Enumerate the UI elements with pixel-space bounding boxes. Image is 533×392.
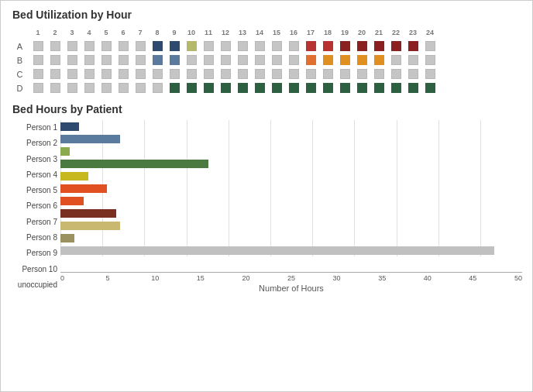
bar-10	[60, 246, 494, 255]
bed-row-A: A	[12, 40, 438, 53]
cell-A-21	[374, 41, 384, 51]
cell-B-24	[425, 55, 435, 65]
bar-row-9	[60, 232, 522, 244]
bar-area: 05101520253035404550 Number of Hours	[60, 120, 522, 293]
cell-B-19	[340, 55, 350, 65]
cell-A-12	[221, 41, 231, 51]
hour-header-18: 18	[319, 26, 336, 40]
cell-A-2	[50, 41, 60, 51]
cell-C-7	[136, 69, 146, 79]
bar-8	[60, 222, 120, 230]
bar-chart-title: Bed Hours by Patient	[12, 103, 522, 115]
cell-A-3	[67, 41, 77, 51]
bars-wrapper	[60, 120, 522, 270]
cell-C-8	[153, 69, 163, 79]
cell-A-17	[306, 41, 316, 51]
x-tick-25: 25	[287, 274, 333, 282]
cell-C-17	[306, 69, 316, 79]
bar-2	[60, 147, 70, 156]
hour-header-16: 16	[285, 26, 302, 40]
hour-header-12: 12	[217, 26, 234, 40]
cell-A-16	[289, 41, 299, 51]
cell-D-19	[340, 83, 350, 93]
cell-B-8	[153, 55, 163, 65]
main-container: Bed Utilization by Hour 1234567891011121…	[1, 1, 533, 392]
hour-header-21: 21	[370, 26, 387, 40]
x-tick-30: 30	[333, 274, 379, 282]
cell-C-1	[33, 69, 43, 79]
hour-header-22: 22	[387, 26, 404, 40]
cell-A-15	[272, 41, 282, 51]
cell-D-3	[67, 83, 77, 93]
x-tick-0: 0	[60, 274, 106, 282]
cell-D-17	[306, 83, 316, 93]
x-axis-label: Number of Hours	[60, 284, 522, 293]
hour-header-15: 15	[268, 26, 285, 40]
cell-A-1	[33, 41, 43, 51]
cell-B-11	[204, 55, 214, 65]
patient-label-1: Person 2	[12, 137, 57, 150]
cell-A-13	[238, 41, 248, 51]
cell-B-9	[170, 55, 180, 65]
cell-B-13	[238, 55, 248, 65]
cell-B-22	[391, 55, 401, 65]
cell-B-18	[323, 55, 333, 65]
x-tick-20: 20	[242, 274, 287, 282]
bar-chart-container: Person 1Person 2Person 3Person 4Person 5…	[12, 120, 522, 293]
cell-D-14	[255, 83, 265, 93]
hour-header-17: 17	[302, 26, 319, 40]
bar-row-7	[60, 207, 522, 219]
cell-D-21	[374, 83, 384, 93]
cell-C-18	[323, 69, 333, 79]
cell-A-6	[119, 41, 129, 51]
cell-D-15	[272, 83, 282, 93]
patient-label-10: unoccupied	[12, 279, 57, 291]
cell-D-12	[221, 83, 231, 93]
patient-label-5: Person 6	[12, 200, 57, 212]
cell-C-15	[272, 69, 282, 79]
cell-D-6	[119, 83, 129, 93]
cell-D-9	[170, 83, 180, 93]
hour-header-5: 5	[98, 26, 115, 40]
cell-C-3	[67, 69, 77, 79]
x-tick-45: 45	[469, 274, 514, 282]
cell-C-13	[238, 69, 248, 79]
cell-C-4	[84, 69, 95, 79]
cell-B-3	[67, 55, 77, 65]
cell-B-4	[84, 55, 95, 65]
cell-A-24	[425, 41, 435, 51]
cell-D-22	[391, 83, 401, 93]
hour-header-3: 3	[64, 26, 81, 40]
x-tick-15: 15	[197, 274, 242, 282]
bar-row-2	[60, 145, 522, 157]
patient-label-9: Person 10	[12, 263, 57, 276]
cell-B-5	[101, 55, 112, 65]
cell-C-10	[187, 69, 197, 79]
x-tick-5: 5	[106, 274, 152, 282]
hour-header-4: 4	[81, 26, 98, 40]
cell-A-14	[255, 41, 265, 51]
cell-D-18	[323, 83, 333, 93]
cell-C-16	[289, 69, 299, 79]
cell-C-2	[50, 69, 60, 79]
cell-A-23	[408, 41, 418, 51]
hour-header-6: 6	[115, 26, 132, 40]
patient-label-7: Person 8	[12, 232, 57, 244]
bed-utilization-section: Bed Utilization by Hour 1234567891011121…	[12, 9, 522, 95]
patient-label-6: Person 7	[12, 216, 57, 229]
cell-A-5	[101, 41, 112, 51]
bar-row-4	[60, 170, 522, 182]
cell-B-2	[50, 55, 60, 65]
cell-D-1	[33, 83, 43, 93]
bar-9	[60, 234, 74, 242]
bar-1	[60, 135, 120, 143]
cell-D-13	[238, 83, 248, 93]
patient-label-3: Person 4	[12, 169, 57, 181]
cell-C-6	[119, 69, 129, 79]
bar-0	[60, 122, 79, 131]
patient-label-8: Person 9	[12, 247, 57, 260]
hour-header-2: 2	[46, 26, 64, 40]
patient-label-4: Person 5	[12, 184, 57, 197]
bar-row-0	[60, 120, 522, 132]
bar-row-6	[60, 194, 522, 207]
